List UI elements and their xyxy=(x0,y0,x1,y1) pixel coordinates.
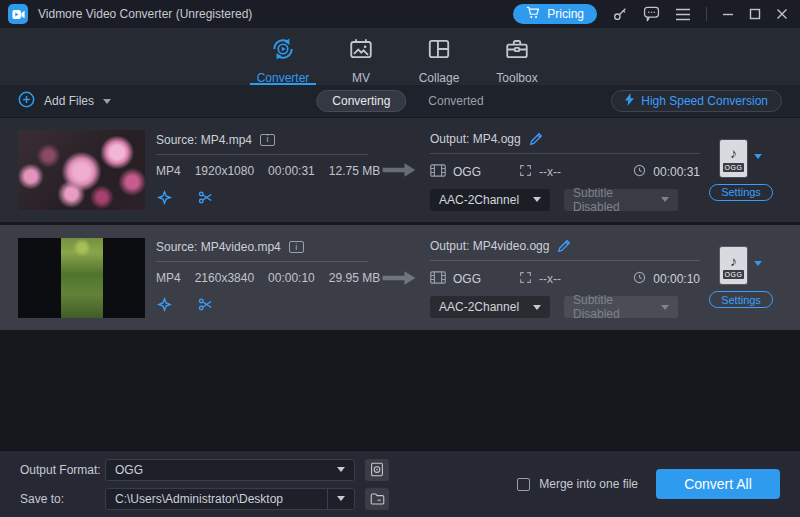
tab-toolbox[interactable]: Toolbox xyxy=(478,28,556,85)
tab-converter[interactable]: Converter xyxy=(244,28,322,85)
resize-icon xyxy=(519,164,532,180)
output-info-1: Output: MP4.ogg OGG xyxy=(430,130,700,211)
source-info-2: Source: MP4video.mp4 i MP4 2160x3840 00:… xyxy=(156,238,368,317)
arrow-right-icon xyxy=(368,268,430,288)
add-files-button[interactable]: Add Files xyxy=(18,91,111,111)
chevron-down-icon xyxy=(337,467,345,472)
source-format: MP4 xyxy=(156,164,181,178)
output-format: OGG xyxy=(453,165,481,179)
cut-scissors-icon[interactable] xyxy=(197,189,214,210)
file-row-1[interactable]: Source: MP4.mp4 i MP4 1920x1080 00:00:31… xyxy=(0,118,800,222)
save-to-dropdown[interactable]: C:\Users\Administrator\Desktop xyxy=(105,488,355,510)
maximize-button[interactable] xyxy=(749,8,761,20)
open-folder-button[interactable] xyxy=(365,488,389,510)
register-key-icon[interactable] xyxy=(612,6,628,22)
merge-into-one-file-option[interactable]: Merge into one file xyxy=(517,477,638,491)
audio-track-dropdown[interactable]: AAC-2Channel xyxy=(430,296,550,318)
divider xyxy=(156,261,368,262)
effect-star-icon[interactable] xyxy=(156,296,173,317)
titlebar-separator xyxy=(706,7,707,21)
output-duration: 00:00:10 xyxy=(653,272,700,286)
output-name: Output: MP4video.ogg xyxy=(430,239,549,253)
settings-button[interactable]: Settings xyxy=(709,184,773,201)
file-badge-label: OGG xyxy=(723,163,744,172)
high-speed-conversion-button[interactable]: High Speed Conversion xyxy=(611,90,782,112)
tab-converted[interactable]: Converted xyxy=(428,94,483,108)
ogg-file-icon[interactable]: ♪ OGG xyxy=(720,247,747,284)
file-list: Source: MP4.mp4 i MP4 1920x1080 00:00:31… xyxy=(0,117,800,450)
output-format: OGG xyxy=(453,272,481,286)
source-duration: 00:00:10 xyxy=(268,271,315,285)
merge-checkbox[interactable] xyxy=(517,478,530,491)
effect-star-icon[interactable] xyxy=(156,189,173,210)
profile-caret-icon[interactable] xyxy=(754,154,762,159)
source-format: MP4 xyxy=(156,271,181,285)
tab-collage-label: Collage xyxy=(419,71,460,85)
feedback-bubble-icon[interactable] xyxy=(643,6,660,22)
source-resolution: 1920x1080 xyxy=(195,164,254,178)
tab-mv-label: MV xyxy=(352,71,370,85)
footer-bar: Output Format: OGG Save to: C:\Users\Adm… xyxy=(0,450,800,517)
pricing-label: Pricing xyxy=(547,7,584,21)
file-row-2[interactable]: Source: MP4video.mp4 i MP4 2160x3840 00:… xyxy=(0,225,800,330)
output-profile-2: ♪ OGG Settings xyxy=(700,247,782,308)
edit-pencil-icon[interactable] xyxy=(557,239,571,253)
tab-converting[interactable]: Converting xyxy=(316,90,406,112)
film-icon xyxy=(430,271,446,287)
tab-collage[interactable]: Collage xyxy=(400,28,478,85)
audio-track-value: AAC-2Channel xyxy=(439,193,519,207)
save-to-label: Save to: xyxy=(20,492,105,506)
info-icon[interactable]: i xyxy=(289,241,304,253)
converter-icon xyxy=(270,36,296,66)
subtitle-value: Subtitle Disabled xyxy=(573,186,661,214)
subtitle-value: Subtitle Disabled xyxy=(573,293,661,321)
chevron-down-icon xyxy=(661,197,669,202)
chevron-down-icon xyxy=(337,496,345,501)
close-button[interactable] xyxy=(776,8,788,20)
output-format-value: OGG xyxy=(115,463,143,477)
app-logo-icon xyxy=(8,4,28,24)
convert-all-button[interactable]: Convert All xyxy=(656,469,780,499)
settings-button[interactable]: Settings xyxy=(709,291,773,308)
add-files-caret-icon[interactable] xyxy=(103,99,111,104)
film-icon xyxy=(430,164,446,180)
output-info-2: Output: MP4video.ogg OGG xyxy=(430,237,700,318)
info-icon[interactable]: i xyxy=(260,134,275,146)
output-duration: 00:00:31 xyxy=(653,165,700,179)
format-settings-button[interactable] xyxy=(365,459,389,481)
clock-icon xyxy=(633,164,646,180)
main-nav: Converter MV Collage xyxy=(0,28,800,85)
tab-converter-label: Converter xyxy=(257,71,310,85)
mv-icon xyxy=(348,36,374,66)
output-format-label: Output Format: xyxy=(20,463,105,477)
arrow-right-icon xyxy=(368,160,430,180)
tab-converted-label: Converted xyxy=(428,94,483,108)
source-resolution: 2160x3840 xyxy=(195,271,254,285)
divider xyxy=(430,260,700,261)
window-title: Vidmore Video Converter (Unregistered) xyxy=(38,7,252,21)
settings-label: Settings xyxy=(721,186,761,198)
save-to-value: C:\Users\Administrator\Desktop xyxy=(115,492,283,506)
edit-pencil-icon[interactable] xyxy=(529,132,543,146)
tab-mv[interactable]: MV xyxy=(322,28,400,85)
add-files-label: Add Files xyxy=(44,94,94,108)
subtitle-dropdown[interactable]: Subtitle Disabled xyxy=(564,189,678,211)
music-note-glyph: ♪ xyxy=(730,253,737,269)
output-format-dropdown[interactable]: OGG xyxy=(105,459,355,481)
divider xyxy=(156,154,368,155)
profile-caret-icon[interactable] xyxy=(754,261,762,266)
pricing-button[interactable]: Pricing xyxy=(513,4,597,24)
menu-icon[interactable] xyxy=(675,8,691,21)
video-thumbnail-2[interactable] xyxy=(18,238,145,318)
subtitle-dropdown[interactable]: Subtitle Disabled xyxy=(564,296,678,318)
source-name: Source: MP4.mp4 xyxy=(156,133,252,147)
video-thumbnail-1[interactable] xyxy=(18,130,145,210)
add-files-plus-icon xyxy=(18,91,35,111)
cut-scissors-icon[interactable] xyxy=(197,296,214,317)
toolbox-icon xyxy=(504,36,530,66)
ogg-file-icon[interactable]: ♪ OGG xyxy=(720,140,747,177)
titlebar: Vidmore Video Converter (Unregistered) P… xyxy=(0,0,800,28)
audio-track-dropdown[interactable]: AAC-2Channel xyxy=(430,189,550,211)
minimize-button[interactable] xyxy=(722,8,734,20)
tab-toolbox-label: Toolbox xyxy=(496,71,537,85)
